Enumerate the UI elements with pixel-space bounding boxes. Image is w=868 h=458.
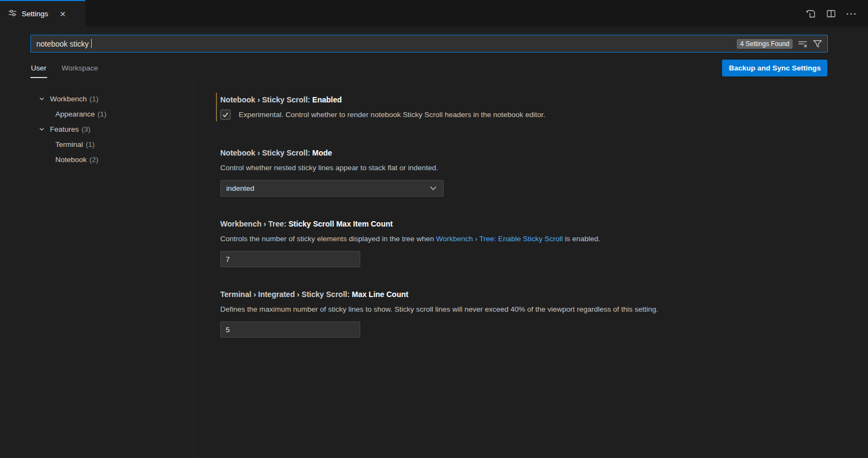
- setting-title: Terminal › Integrated › Sticky Scroll: M…: [220, 290, 846, 299]
- editor-tab-bar: Settings ✕ ⋯: [0, 0, 868, 27]
- toc-count: (2): [90, 156, 99, 164]
- setting-category: Notebook › Sticky Scroll:: [220, 95, 312, 104]
- toc-count: (1): [98, 110, 107, 118]
- setting-description: Defines the maximum number of sticky lin…: [220, 304, 846, 314]
- setting-category: Workbench › Tree:: [220, 220, 289, 228]
- open-settings-json-icon[interactable]: [806, 8, 816, 18]
- setting-title: Notebook › Sticky Scroll: Enabled: [220, 95, 846, 104]
- tab-title: Settings: [22, 10, 48, 18]
- settings-toc: Workbench (1) Appearance (1) Features (3…: [0, 83, 194, 458]
- results-count-badge: 4 Settings Found: [737, 39, 793, 49]
- search-controls: 4 Settings Found: [737, 39, 822, 49]
- toc-count: (3): [81, 125, 91, 133]
- setting-label: Sticky Scroll Max Item Count: [289, 220, 393, 228]
- setting-checkbox-row: Experimental. Control whether to render …: [220, 109, 846, 120]
- toc-label: Workbench: [50, 95, 87, 103]
- toc-label: Appearance: [55, 110, 95, 118]
- toc-item-appearance[interactable]: Appearance (1): [0, 106, 194, 121]
- toc-label: Features: [50, 125, 79, 133]
- toc-count: (1): [90, 95, 99, 103]
- setting-tree-sticky-scroll-max-item-count: Workbench › Tree: Sticky Scroll Max Item…: [220, 220, 846, 267]
- setting-label: Max Line Count: [352, 290, 408, 299]
- description-text: is enabled.: [563, 235, 601, 243]
- description-text: Controls the number of sticky elements d…: [220, 235, 436, 243]
- close-tab-icon[interactable]: ✕: [60, 10, 66, 18]
- toc-label: Terminal: [55, 140, 83, 149]
- selected-option: indented: [226, 184, 254, 192]
- chevron-down-icon: [37, 125, 46, 133]
- setting-label: Enabled: [312, 95, 342, 104]
- setting-category: Notebook › Sticky Scroll:: [220, 149, 312, 157]
- setting-terminal-sticky-scroll-max-line-count: Terminal › Integrated › Sticky Scroll: M…: [220, 290, 846, 338]
- search-query-text: notebook sticky: [36, 40, 89, 48]
- toc-item-features[interactable]: Features (3): [0, 121, 194, 137]
- toc-item-notebook[interactable]: Notebook (2): [0, 152, 194, 167]
- toc-count: (1): [86, 140, 95, 149]
- setting-link[interactable]: Workbench › Tree: Enable Sticky Scroll: [436, 235, 563, 243]
- split-editor-icon[interactable]: [826, 9, 836, 18]
- backup-and-sync-settings-button[interactable]: Backup and Sync Settings: [722, 60, 827, 76]
- checkbox-checked[interactable]: [220, 109, 231, 120]
- more-actions-icon[interactable]: ⋯: [846, 8, 857, 19]
- tab-user[interactable]: User: [30, 60, 47, 78]
- settings-body: Workbench (1) Appearance (1) Features (3…: [0, 83, 868, 458]
- settings-list: Notebook › Sticky Scroll: Enabled Experi…: [194, 83, 868, 458]
- setting-label: Mode: [312, 149, 333, 157]
- setting-description: Controls the number of sticky elements d…: [220, 234, 846, 244]
- toc-item-workbench[interactable]: Workbench (1): [0, 91, 194, 106]
- setting-title: Notebook › Sticky Scroll: Mode: [220, 149, 846, 157]
- search-row: notebook sticky 4 Settings Found: [30, 35, 828, 53]
- chevron-down-icon: [430, 186, 437, 191]
- setting-description: Experimental. Control whether to render …: [239, 109, 545, 120]
- chevron-down-icon: [37, 94, 46, 103]
- setting-title: Workbench › Tree: Sticky Scroll Max Item…: [220, 220, 846, 228]
- setting-category: Terminal › Integrated › Sticky Scroll:: [220, 290, 352, 299]
- max-item-count-input[interactable]: [220, 251, 360, 267]
- toc-item-terminal[interactable]: Terminal (1): [0, 137, 194, 152]
- scope-row: User Workspace Backup and Sync Settings: [30, 60, 827, 78]
- max-line-count-input[interactable]: [220, 321, 360, 338]
- setting-notebook-sticky-scroll-enabled: Notebook › Sticky Scroll: Enabled Experi…: [220, 95, 846, 120]
- tab-workspace[interactable]: Workspace: [61, 60, 99, 78]
- filter-icon[interactable]: [813, 39, 822, 48]
- setting-notebook-sticky-scroll-mode: Notebook › Sticky Scroll: Mode Control w…: [220, 149, 846, 197]
- setting-description: Control whether nested sticky lines appe…: [220, 163, 846, 173]
- text-cursor: [91, 39, 92, 48]
- settings-sliders-icon: [8, 9, 17, 20]
- settings-tab[interactable]: Settings ✕: [0, 0, 85, 27]
- settings-editor: Settings ✕ ⋯ notebook sticky: [0, 0, 868, 458]
- settings-search-input[interactable]: notebook sticky 4 Settings Found: [30, 35, 828, 53]
- mode-select-dropdown[interactable]: indented: [220, 180, 444, 197]
- toc-label: Notebook: [55, 156, 87, 164]
- clear-search-results-icon[interactable]: [798, 40, 807, 48]
- editor-actions: ⋯: [806, 0, 868, 27]
